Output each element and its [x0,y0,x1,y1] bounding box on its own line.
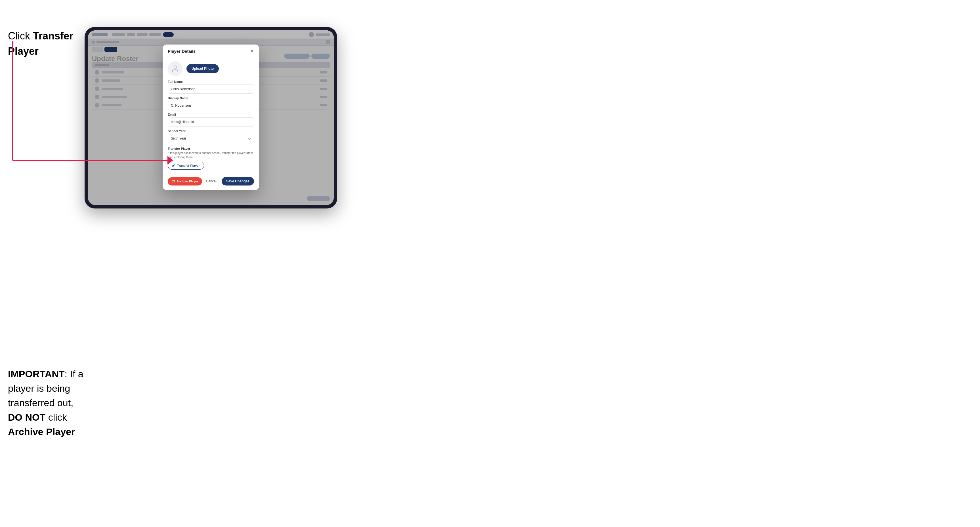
school-year-group: School Year First Year Second Year Third… [168,129,254,143]
email-label: Email [168,113,254,116]
click-instruction: Click Transfer Player [8,29,84,59]
transfer-player-section: Transfer Player If this player has moved… [168,147,254,170]
school-year-select[interactable]: First Year Second Year Third Year Fourth… [168,134,254,143]
do-not-bold: DO NOT [8,412,45,422]
important-note: IMPORTANT: If a player is being transfer… [8,367,84,439]
modal-header: Player Details × [162,44,259,57]
transfer-button-label: Transfer Player [177,164,200,167]
avatar-circle [168,61,183,76]
archive-player-button[interactable]: Archive Player [168,177,202,186]
modal-body: Upload Photo Full Name Display Name [162,57,259,175]
display-name-group: Display Name [168,97,254,110]
transfer-description: If this player has moved to another scho… [168,151,254,159]
school-year-label: School Year [168,129,254,133]
email-input[interactable] [168,117,254,127]
person-icon [171,65,179,73]
save-changes-button[interactable]: Save Changes [222,177,254,186]
transfer-icon [172,164,175,167]
full-name-group: Full Name [168,80,254,94]
important-label: IMPORTANT [8,368,65,379]
transfer-player-button[interactable]: Transfer Player [168,162,204,170]
archive-icon [172,179,175,183]
player-details-modal[interactable]: Player Details × [162,44,259,190]
svg-rect-1 [172,180,175,180]
footer-right-actions: Cancel Save Changes [204,177,254,186]
do-not-text: click [45,412,67,422]
tablet-screen: Update Roster [88,30,334,205]
tablet-device: Update Roster [84,27,337,208]
archive-button-label: Archive Player [177,179,198,183]
avatar-upload-section: Upload Photo [168,61,254,76]
archive-bold: Archive Player [8,426,75,437]
email-group: Email [168,113,254,127]
modal-title: Player Details [168,49,196,54]
modal-overlay: Player Details × [88,30,334,205]
transfer-label: Transfer Player [168,147,254,150]
display-name-input[interactable] [168,101,254,110]
full-name-label: Full Name [168,80,254,83]
upload-photo-button[interactable]: Upload Photo [186,64,219,73]
cancel-button[interactable]: Cancel [204,177,219,186]
modal-close-button[interactable]: × [250,49,254,54]
modal-footer: Archive Player Cancel Save Changes [162,175,259,190]
full-name-input[interactable] [168,84,254,94]
display-name-label: Display Name [168,97,254,100]
svg-point-0 [174,66,176,68]
